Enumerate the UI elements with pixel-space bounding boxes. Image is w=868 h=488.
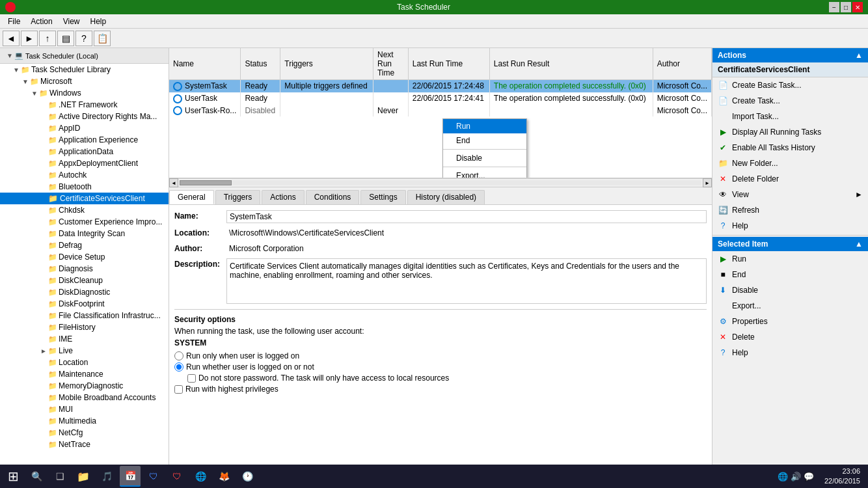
selected-item-collapse-icon[interactable]: ▲ xyxy=(855,239,863,249)
taskbar-browser2[interactable]: 🦊 xyxy=(213,466,234,487)
toolbar-properties[interactable]: 📋 xyxy=(94,31,111,46)
tree-memdiag[interactable]: 📁 MemoryDiagnostic xyxy=(0,380,169,392)
radio-loggedon[interactable] xyxy=(174,351,183,360)
tray-message[interactable]: 💬 xyxy=(804,472,814,481)
menu-view[interactable]: View xyxy=(58,16,85,27)
close-button[interactable]: ✕ xyxy=(852,2,863,12)
task-scheduler-library[interactable]: ▼ 📁 Task Scheduler Library xyxy=(0,64,169,75)
tree-microsoft[interactable]: ▼ 📁 Microsoft xyxy=(0,75,169,87)
actions-collapse-icon[interactable]: ▲ xyxy=(855,51,863,60)
checkbox-run-highest[interactable] xyxy=(174,385,183,394)
menu-action[interactable]: Action xyxy=(25,16,57,27)
tree-location[interactable]: 📁 Location xyxy=(0,357,169,368)
tree-appxdeploy[interactable]: 📁 AppxDeploymentClient xyxy=(0,157,169,169)
tree-ime[interactable]: 📁 IME xyxy=(0,333,169,345)
action-import-task[interactable]: Import Task... xyxy=(712,109,868,124)
taskbar-browser1[interactable]: 🌐 xyxy=(190,466,211,487)
scrollbar-track[interactable] xyxy=(180,180,701,185)
ctx-run[interactable]: Run xyxy=(443,119,526,133)
tree-maintenance[interactable]: 📁 Maintenance xyxy=(0,368,169,380)
tree-appdata[interactable]: 📁 ApplicationData xyxy=(0,146,169,157)
col-triggers[interactable]: Triggers xyxy=(280,48,373,80)
tray-network[interactable]: 🌐 xyxy=(778,472,788,481)
taskbar-taskscheduler[interactable]: 📅 xyxy=(120,466,141,487)
task-scheduler-local[interactable]: ▼ 💻 Task Scheduler (Local) xyxy=(4,50,165,61)
col-lastrun[interactable]: Last Run Time xyxy=(408,48,489,80)
action-view[interactable]: 👁 View ► xyxy=(712,187,868,202)
action-delete-folder[interactable]: ✕ Delete Folder xyxy=(712,171,868,187)
tree-custexp[interactable]: 📁 Customer Experience Impro... xyxy=(0,216,169,228)
tree-defrag[interactable]: 📁 Defrag xyxy=(0,239,169,251)
taskbar-media[interactable]: 🎵 xyxy=(96,466,117,487)
item-action-export[interactable]: Export... xyxy=(712,298,868,314)
tree-bluetooth[interactable]: 📁 Bluetooth xyxy=(0,181,169,193)
tab-history[interactable]: History (disabled) xyxy=(407,190,485,204)
item-action-run[interactable]: ▶ Run xyxy=(712,251,868,267)
col-name[interactable]: Name xyxy=(169,48,241,80)
menu-file[interactable]: File xyxy=(3,16,25,27)
tray-volume[interactable]: 🔊 xyxy=(791,472,801,481)
ctx-export[interactable]: Export... xyxy=(443,169,526,178)
item-action-properties[interactable]: ⚙ Properties xyxy=(712,314,868,329)
tab-triggers[interactable]: Triggers xyxy=(215,190,261,204)
item-action-delete[interactable]: ✕ Delete xyxy=(712,329,868,345)
tab-actions[interactable]: Actions xyxy=(262,190,304,204)
ctx-disable[interactable]: Disable xyxy=(443,151,526,165)
tree-mobilebroadband[interactable]: 📁 Mobile Broadband Accounts xyxy=(0,392,169,403)
tab-conditions[interactable]: Conditions xyxy=(306,190,360,204)
action-create-basic[interactable]: 📄 Create Basic Task... xyxy=(712,77,868,93)
action-new-folder[interactable]: 📁 New Folder... xyxy=(712,156,868,171)
taskbar-clock[interactable]: 23:06 22/06/2015 xyxy=(819,467,865,487)
col-lastresult[interactable]: Last Run Result xyxy=(489,48,653,80)
maximize-button[interactable]: □ xyxy=(841,2,851,12)
col-status[interactable]: Status xyxy=(241,48,280,80)
tree-chkdsk[interactable]: 📁 Chkdsk xyxy=(0,204,169,216)
tree-devicesetup[interactable]: 📁 Device Setup xyxy=(0,251,169,263)
taskbar-taskview[interactable]: ❑ xyxy=(49,466,70,487)
taskbar-clock2[interactable]: 🕐 xyxy=(237,466,258,487)
scrollbar-thumb[interactable] xyxy=(180,180,232,185)
scroll-right-btn[interactable]: ► xyxy=(703,178,712,187)
tree-appid[interactable]: 📁 AppID xyxy=(0,122,169,134)
toolbar-back[interactable]: ◄ xyxy=(3,31,20,46)
menu-help[interactable]: Help xyxy=(85,16,112,27)
tree-datainteg[interactable]: 📁 Data Integrity Scan xyxy=(0,228,169,239)
tree-dotnet[interactable]: 📁 .NET Framework xyxy=(0,99,169,111)
item-action-help[interactable]: ? Help xyxy=(712,345,868,360)
toolbar-forward[interactable]: ► xyxy=(21,31,38,46)
toolbar-show-hide[interactable]: ▤ xyxy=(57,31,74,46)
scroll-left-btn[interactable]: ◄ xyxy=(169,178,178,187)
tree-mui[interactable]: 📁 MUI xyxy=(0,403,169,415)
tree-diagnosis[interactable]: 📁 Diagnosis xyxy=(0,263,169,275)
tree-fileclassif[interactable]: 📁 File Classification Infrastruc... xyxy=(0,310,169,321)
tree-appexp[interactable]: 📁 Application Experience xyxy=(0,134,169,146)
table-row[interactable]: SystemTask Ready Multiple triggers defin… xyxy=(169,80,712,92)
item-action-end[interactable]: ■ End xyxy=(712,267,868,282)
tree-filehistory[interactable]: 📁 FileHistory xyxy=(0,321,169,333)
toolbar-help[interactable]: ? xyxy=(75,31,92,46)
tree-nettrace[interactable]: 📁 NetTrace xyxy=(0,439,169,450)
tree-multimedia[interactable]: 📁 Multimedia xyxy=(0,415,169,427)
taskbar-explorer[interactable]: 📁 xyxy=(73,466,94,487)
action-display-running[interactable]: ▶ Display All Running Tasks xyxy=(712,124,868,140)
minimize-button[interactable]: − xyxy=(829,2,839,12)
tree-netcfg[interactable]: 📁 NetCfg xyxy=(0,427,169,439)
tree-autochk[interactable]: 📁 Autochk xyxy=(0,169,169,181)
taskbar-antivirus[interactable]: 🛡 xyxy=(167,466,187,487)
toolbar-up[interactable]: ↑ xyxy=(39,31,56,46)
col-nextrun[interactable]: Next Run Time xyxy=(373,48,408,80)
ctx-end[interactable]: End xyxy=(443,133,526,148)
taskbar-shield[interactable]: 🛡 xyxy=(143,466,164,487)
tree-diskdiag[interactable]: 📁 DiskDiagnostic xyxy=(0,286,169,298)
tree-diskfoot[interactable]: 📁 DiskFootprint xyxy=(0,298,169,310)
taskbar-search[interactable]: 🔍 xyxy=(26,466,47,487)
item-action-disable[interactable]: ⬇ Disable xyxy=(712,282,868,298)
tree-windows[interactable]: ▼ 📁 Windows xyxy=(0,87,169,99)
tree-certsvc[interactable]: 📁 CertificateServicesClient xyxy=(0,193,169,204)
action-enable-history[interactable]: ✔ Enable All Tasks History xyxy=(712,140,868,156)
horizontal-scrollbar[interactable]: ◄ ► xyxy=(169,178,712,187)
tree-live[interactable]: ► 📁 Live xyxy=(0,345,169,357)
radio-whether[interactable] xyxy=(174,362,183,372)
tree-diskcleanup[interactable]: 📁 DiskCleanup xyxy=(0,275,169,286)
start-button[interactable]: ⊞ xyxy=(3,466,23,487)
